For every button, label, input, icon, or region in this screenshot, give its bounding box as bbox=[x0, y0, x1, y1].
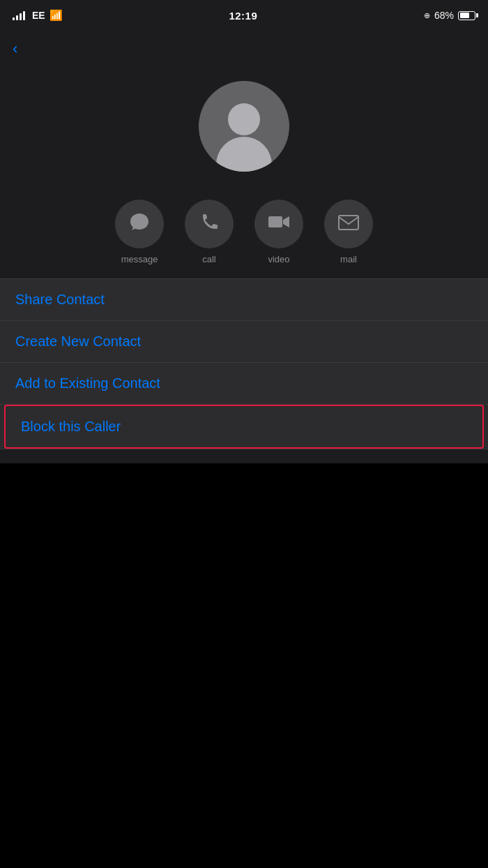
action-mail[interactable]: mail bbox=[324, 200, 373, 264]
carrier-label: EE bbox=[32, 10, 45, 21]
action-message[interactable]: message bbox=[115, 200, 164, 264]
avatar bbox=[199, 81, 289, 172]
status-bar: EE 📶 12:19 ⊕ 68% bbox=[0, 0, 488, 31]
block-this-caller-label: Block this Caller bbox=[21, 419, 121, 434]
mail-button[interactable] bbox=[324, 200, 373, 248]
message-button[interactable] bbox=[115, 200, 164, 248]
call-label: call bbox=[202, 254, 216, 264]
bottom-area bbox=[0, 463, 488, 868]
menu-section: Share Contact Create New Contact Add to … bbox=[0, 278, 488, 449]
call-icon bbox=[199, 212, 219, 237]
wifi-icon: 📶 bbox=[49, 9, 63, 22]
video-label: video bbox=[268, 254, 289, 264]
battery-percent: 68% bbox=[434, 10, 454, 21]
svg-rect-0 bbox=[268, 216, 282, 227]
create-new-contact-item[interactable]: Create New Contact bbox=[0, 321, 488, 362]
battery-icon bbox=[458, 11, 475, 20]
status-time: 12:19 bbox=[229, 10, 257, 22]
status-right: ⊕ 68% bbox=[424, 10, 475, 21]
message-icon bbox=[129, 212, 150, 237]
video-button[interactable] bbox=[254, 200, 303, 248]
call-button[interactable] bbox=[185, 200, 234, 248]
action-buttons-row: message call video bbox=[0, 193, 488, 278]
svg-rect-1 bbox=[339, 216, 358, 230]
avatar-head bbox=[228, 103, 260, 135]
mail-icon bbox=[338, 214, 359, 235]
status-left: EE 📶 bbox=[13, 9, 63, 22]
back-button[interactable]: ‹ bbox=[13, 40, 17, 58]
avatar-section bbox=[0, 67, 488, 193]
create-new-contact-label: Create New Contact bbox=[15, 334, 141, 349]
location-icon: ⊕ bbox=[424, 11, 430, 20]
add-to-existing-contact-item[interactable]: Add to Existing Contact bbox=[0, 363, 488, 404]
action-call[interactable]: call bbox=[185, 200, 234, 264]
add-to-existing-contact-label: Add to Existing Contact bbox=[15, 375, 160, 391]
video-icon bbox=[268, 214, 290, 235]
share-contact-item[interactable]: Share Contact bbox=[0, 279, 488, 320]
main-content: ‹ message bbox=[0, 31, 488, 463]
mail-label: mail bbox=[340, 254, 357, 264]
action-video[interactable]: video bbox=[254, 200, 303, 264]
avatar-body bbox=[216, 137, 272, 172]
nav-bar: ‹ bbox=[0, 31, 488, 67]
avatar-person-graphic bbox=[216, 103, 272, 172]
signal-bars-icon bbox=[13, 10, 25, 20]
divider-bottom bbox=[0, 449, 488, 449]
share-contact-label: Share Contact bbox=[15, 292, 105, 307]
battery-fill bbox=[460, 13, 470, 18]
message-label: message bbox=[121, 254, 158, 264]
block-this-caller-item[interactable]: Block this Caller bbox=[4, 405, 484, 449]
